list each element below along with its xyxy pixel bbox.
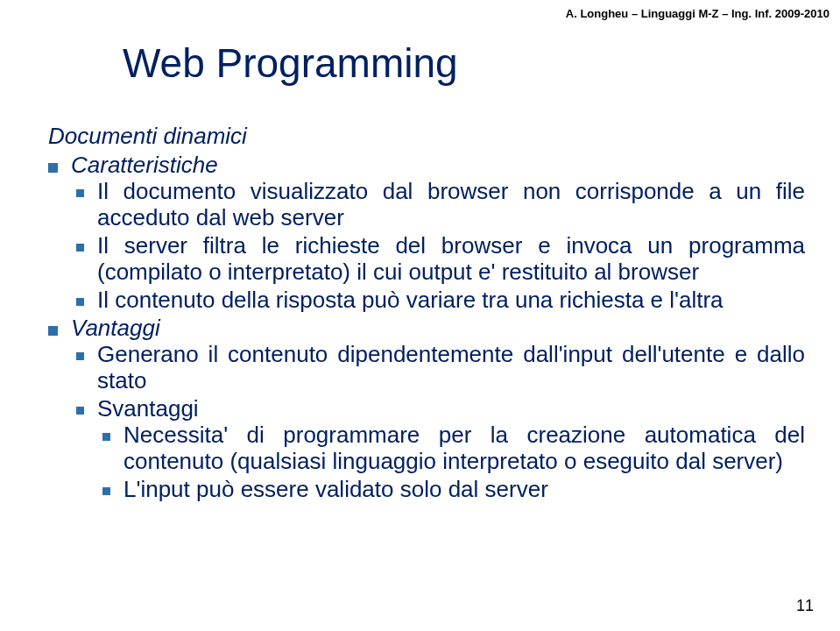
list-item: Il contenuto della risposta può variare …: [71, 287, 805, 314]
list-item: Svantaggi Necessita' di programmare per …: [71, 396, 805, 503]
sublabel-characteristics: Caratteristiche: [71, 152, 218, 178]
list-item: Il server filtra le richieste del browse…: [71, 233, 805, 286]
list-item: Vantaggi Generano il contenuto dipendent…: [48, 315, 805, 502]
slide-content: Documenti dinamici Caratteristiche Il do…: [48, 123, 805, 505]
advantages-list: Generano il contenuto dipendentemente da…: [71, 342, 805, 502]
list-item: Generano il contenuto dipendentemente da…: [71, 342, 805, 394]
outer-list: Caratteristiche Il documento visualizzat…: [48, 152, 805, 503]
sublabel-advantages: Vantaggi: [71, 315, 160, 341]
page-title: Web Programming: [123, 39, 458, 87]
section-title: Documenti dinamici: [48, 123, 805, 150]
characteristics-list: Il documento visualizzato dal browser no…: [71, 179, 805, 313]
list-item: L'input può essere validato solo dal ser…: [97, 477, 805, 503]
list-item: Il documento visualizzato dal browser no…: [71, 179, 805, 231]
list-item: Caratteristiche Il documento visualizzat…: [48, 152, 805, 313]
list-item: Necessita' di programmare per la creazio…: [97, 422, 805, 475]
page-header: A. Longheu – Linguaggi M-Z – Ing. Inf. 2…: [566, 7, 829, 20]
page-number: 11: [796, 597, 814, 615]
disadvantages-list: Necessita' di programmare per la creazio…: [97, 422, 805, 503]
sublabel-disadvantages: Svantaggi: [97, 395, 199, 422]
